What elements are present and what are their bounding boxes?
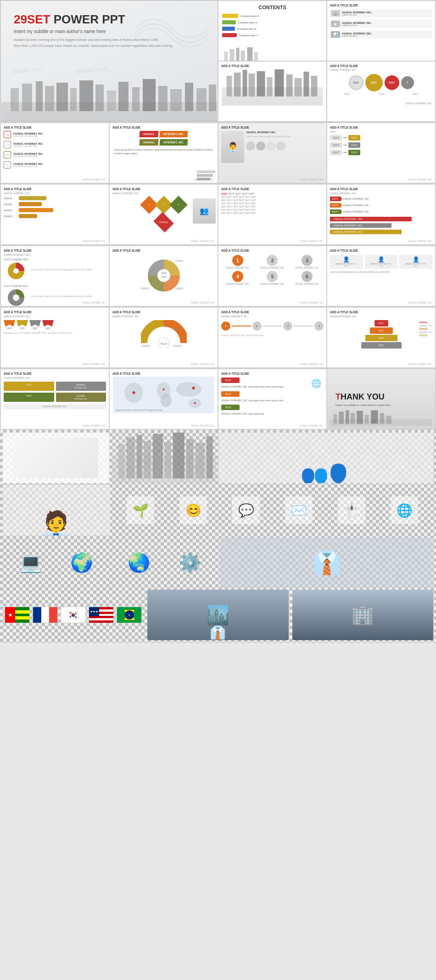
svg-rect-70 [351,413,355,423]
v-arrows-slide[interactable]: ADD A TITLE SLIDE ASADAL INTERNET, INC. … [1,308,109,367]
svg-rect-21 [224,51,228,61]
svg-rect-83 [173,433,184,479]
svg-rect-71 [357,411,363,424]
person-slide[interactable]: ADD A TITLE SLIDE 👨‍💼 ASADAL INTERNET, I… [218,123,326,183]
flag-brazil[interactable]: ● [117,607,142,623]
diamonds-flow-slide[interactable]: ADD A TITLE SLIDE ASADAL INTERNET, INC. … [110,185,218,244]
city-slide-svg [221,69,324,106]
svg-rect-79 [136,435,142,479]
svg-rect-84 [186,439,193,479]
svg-text:ASADAL: ASADAL [142,344,151,347]
circles-title: ADD A TITLE SLIDE [330,64,432,68]
svg-text:TEXT: TEXT [160,343,168,345]
contents-city-slide[interactable]: ADD A TITLE SLIDE [218,62,326,121]
thankyou-title: THANK YOU [335,392,427,402]
svg-rect-33 [267,77,273,96]
chevron-slide[interactable]: ADD A TITLE SLIDE ASADAL INTERNET, INC. … [327,185,435,244]
world-map-svg: Asadal has been running one of the bigge… [112,377,215,413]
svg-rect-25 [247,47,253,61]
bullet-slide[interactable]: ADD A TITLE SLIDE TEXT ASADAL INTERNET, … [218,369,326,429]
mail-icon: ✉️ [285,496,313,524]
hero-slide[interactable]: 29SET POWER PPT Insert my subtitle or ma… [1,1,218,120]
hbars-slide[interactable]: ADD A TITLE SLIDE ASADAL INTERNET, INC. … [1,369,109,429]
svg-rect-69 [346,411,349,424]
building-asset-2: 🏢 [292,590,434,640]
svg-text:TEXT: TEXT [161,272,167,275]
steps-slide[interactable]: ADD A TITLE SLIDE TEXT TEXT TEXT TEXT TE… [327,123,435,183]
business-people-asset: 👥 👤 [219,433,433,483]
svg-point-41 [13,268,19,274]
svg-rect-26 [254,52,258,61]
flag-france[interactable] [33,607,58,623]
svg-rect-80 [143,441,151,479]
person-smile-icon: 😊 [179,496,207,524]
worldmap-slide[interactable]: ADD A TITLE SLIDE Asadal has be [110,369,218,429]
contents-slide[interactable]: CONTENTS Contents item 1 Contents item 2… [218,1,326,61]
timeline-slide[interactable]: ADD A TITLE SLIDE ASADAL INTERNET, INC. … [218,308,326,367]
gear-globe-icons: 🌏 ⚙️ [112,537,218,588]
watermark1: asadal.com [11,65,43,75]
svg-text:Asadal has been running one of: Asadal has been running one of the bigge… [116,409,163,411]
circles-slide[interactable]: ADD A TITLE SLIDE ASADAL INTERNET, INC. … [327,62,435,121]
svg-text:ASADAL: ASADAL [175,260,184,262]
pyramid-slide[interactable]: ADD A TITLE SLIDE ASADAL INTERNET, INC. … [327,308,435,367]
pie-slide[interactable]: ADD A TITLE SLIDE ASADAL INTERNET, INC. … [1,246,109,306]
gauge-slide[interactable]: ADD A TITLE SLIDE ASADAL INTERNET, INC. … [110,308,218,367]
diamond-slide[interactable]: ADD A TITLE SLIDE ASADAL INTERNET, INC. … [110,123,218,183]
earth-icon: 🌍 [67,548,96,578]
svg-rect-23 [236,48,240,61]
svg-rect-36 [295,78,302,96]
people-cards-slide[interactable]: ADD A TITLE SLIDE 👤 ASADAL INTERNET, INC… [327,246,435,306]
svg-rect-31 [249,73,255,96]
flag-korea[interactable]: 🇰🇷 [61,607,86,623]
svg-point-61 [133,391,135,394]
laptop-icon: 💻 [16,548,45,578]
building-asset-1: 🏙️ 👔 [147,590,289,640]
svg-text:ASADAL: ASADAL [175,287,184,290]
svg-rect-2 [22,84,32,111]
icons-asset-row: 🌱 😊 💬 ✉️ 🖱️ 🌐 [112,485,434,535]
hero-subtitle: Insert my subtitle or main author's name… [14,29,205,34]
circular-slide[interactable]: ADD A TITLE SLIDE TEXT TEXT ASADAL ASADA… [110,246,218,306]
tech-icons-row: 💻 🌍 [3,537,110,588]
svg-rect-29 [234,73,241,96]
single-person-asset: 🧑‍💼 [3,485,110,535]
svg-rect-38 [311,76,318,96]
svg-point-64 [194,402,196,404]
svg-rect-81 [152,434,162,479]
svg-rect-37 [304,72,309,96]
title-slide-1[interactable]: ADD A TITLE SLIDE 🏢 ASADAL INTERNET, INC… [327,1,435,61]
gauge-diagram: TEXT ASADAL ASADAL ASADAL [141,320,187,348]
pie-chart-1 [7,262,25,280]
svg-rect-35 [286,74,293,96]
flag-usa[interactable]: ★★★ [89,607,114,623]
svg-rect-22 [230,49,235,61]
svg-point-58 [161,394,172,407]
svg-rect-16 [196,88,207,111]
thankyou-subtitle: Insert my subtitle or main author's name… [335,404,427,406]
chat-icon: 💬 [232,496,260,524]
svg-rect-74 [380,413,385,423]
svg-rect-4 [45,86,54,111]
svg-rect-82 [164,442,171,479]
svg-point-59 [176,382,202,397]
svg-rect-8 [95,84,104,111]
contents-list: Contents item 1 Contents item 2 Contents… [222,14,323,37]
svg-rect-11 [132,87,140,111]
plant-icon: 🌱 [127,496,154,524]
business-meeting-asset: 👔 [220,537,433,588]
watermark2: asadal.com [77,65,108,75]
svg-text:ASADAL: ASADAL [173,344,182,347]
table-slide[interactable]: ADD A TITLE SLIDE ADD TEXTTEXTTEXTTEXT A… [218,185,326,244]
flag-togo[interactable]: ★ [5,607,30,623]
contents-city [218,47,326,61]
svg-rect-10 [118,82,129,111]
thankyou-slide[interactable]: THANK YOU Insert my subtitle or main aut… [327,369,435,429]
contents-title: CONTENTS [222,5,323,10]
numbers-slide[interactable]: ADD A TITLE SLIDE 1 ASADAL INTERNET, INC… [218,246,326,306]
thankyou-city [330,410,432,426]
bar-chart-slide[interactable]: ADD A TITLE SLIDE ASADAL INTERNET, INC. … [1,185,109,244]
flags-section: ★ 🇰🇷 ★★★ [3,605,144,625]
icon-list-slide[interactable]: ADD A TITLE SLIDE □ ASADAL INTERNET, INC… [1,123,109,183]
svg-rect-13 [158,86,168,111]
